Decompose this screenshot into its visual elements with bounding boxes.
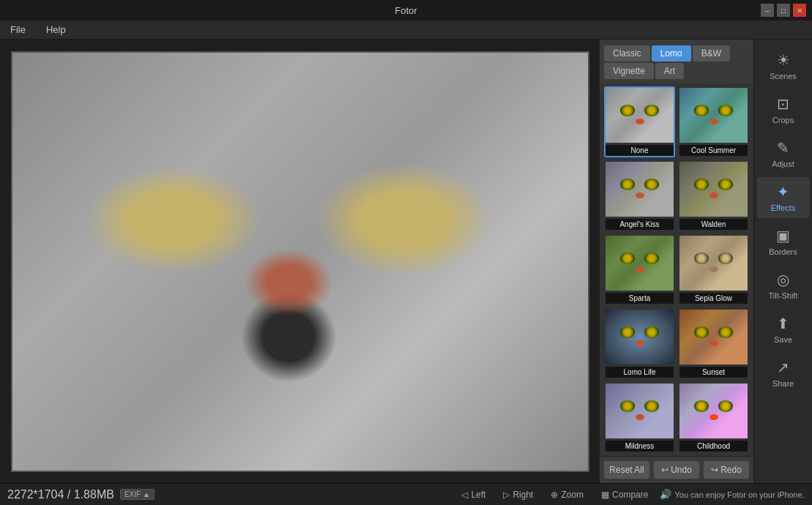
close-button[interactable]: ✕ — [793, 4, 806, 17]
undo-button[interactable]: ↩ Undo — [654, 461, 699, 479]
tab-bw[interactable]: B&W — [693, 45, 730, 61]
tabs-container: Classic Lomo B&W Vignette Art — [600, 40, 753, 83]
sidebar-item-label: Save — [774, 335, 792, 344]
status-left: 2272*1704 / 1.88MB EXIF ▲ — [7, 488, 450, 501]
filter-item-none[interactable]: None — [604, 86, 675, 157]
sidebar-item-label: Tilt-Shift — [769, 291, 798, 300]
window-controls: – □ ✕ — [761, 4, 806, 17]
nav-left-button[interactable]: ◁ Left — [457, 488, 490, 501]
tabs-row2: Vignette Art — [604, 63, 749, 79]
nav-right-button[interactable]: ▷ Right — [499, 488, 537, 501]
crops-icon: ⊡ — [777, 95, 789, 113]
scenes-icon: ☀ — [777, 51, 790, 69]
image-area[interactable] — [0, 40, 600, 483]
notification-text: You can enjoy Fotor on your iPhone. — [674, 490, 805, 499]
effects-icon: ✦ — [777, 183, 789, 201]
filter-item-mildness[interactable]: Mildness — [604, 382, 675, 453]
status-bar: 2272*1704 / 1.88MB EXIF ▲ ◁ Left ▷ Right… — [0, 483, 812, 505]
sidebar-item-label: Adjust — [772, 160, 794, 168]
sidebar-icons: ☀Scenes⊡Crops✎Adjust✦Effects▣Borders◎Til… — [753, 40, 812, 483]
sidebar-item-save[interactable]: ⬆Save — [757, 309, 810, 350]
menu-file[interactable]: File — [6, 23, 30, 37]
filter-item-sepia-glow[interactable]: Sepia Glow — [678, 234, 749, 305]
adjust-icon: ✎ — [777, 139, 789, 157]
filter-label: Childhood — [679, 441, 748, 452]
tilt-shift-icon: ◎ — [777, 271, 789, 288]
nav-compare-button[interactable]: ▦ Compare — [597, 488, 652, 501]
tab-vignette[interactable]: Vignette — [604, 63, 654, 79]
filter-item-childhood[interactable]: Childhood — [678, 382, 749, 453]
sidebar-item-label: Share — [772, 379, 794, 388]
filter-label: Walden — [679, 219, 748, 230]
nav-zoom-button[interactable]: ⊕ Zoom — [546, 488, 588, 501]
filter-label: Sepia Glow — [679, 293, 748, 304]
status-right: 🔊 You can enjoy Fotor on your iPhone. — [660, 489, 805, 500]
filter-grid: NoneCool SummerAngel's KissWaldenSpartaS… — [600, 83, 753, 456]
sidebar-item-label: Effects — [771, 203, 795, 212]
status-nav: ◁ Left ▷ Right ⊕ Zoom ▦ Compare — [457, 488, 652, 501]
tab-lomo[interactable]: Lomo — [652, 45, 691, 61]
filter-item-lomo-life[interactable]: Lomo Life — [604, 308, 675, 379]
sidebar-item-adjust[interactable]: ✎Adjust — [757, 133, 810, 174]
filter-label: None — [606, 145, 674, 156]
tabs-row1: Classic Lomo B&W — [604, 45, 749, 61]
filter-label: Lomo Life — [606, 367, 674, 378]
tab-art[interactable]: Art — [655, 63, 684, 79]
tab-classic[interactable]: Classic — [604, 45, 650, 61]
filter-item-sunset[interactable]: Sunset — [678, 308, 749, 379]
filter-item-cool-summer[interactable]: Cool Summer — [678, 86, 749, 157]
sidebar-item-borders[interactable]: ▣Borders — [757, 221, 810, 262]
borders-icon: ▣ — [776, 227, 790, 244]
filter-label: Cool Summer — [679, 145, 748, 156]
reset-all-button[interactable]: Reset All — [604, 461, 649, 479]
filter-panel: Classic Lomo B&W Vignette Art NoneCool S… — [600, 40, 753, 483]
sidebar-item-tilt-shift[interactable]: ◎Tilt-Shift — [757, 265, 810, 306]
app-title: Fotor — [395, 5, 417, 16]
title-bar: Fotor – □ ✕ — [0, 0, 812, 20]
menu-help[interactable]: Help — [42, 23, 70, 37]
sidebar-item-label: Borders — [769, 247, 797, 256]
main-area: Classic Lomo B&W Vignette Art NoneCool S… — [0, 40, 812, 483]
filter-label: Mildness — [606, 441, 674, 452]
filter-item-angel-s-kiss[interactable]: Angel's Kiss — [604, 160, 675, 231]
sidebar-item-share[interactable]: ↗Share — [757, 353, 810, 394]
panel-bottom-controls: Reset All ↩ Undo ↪ Redo — [600, 456, 753, 483]
image-info: 2272*1704 / 1.88MB — [7, 488, 114, 501]
filter-item-walden[interactable]: Walden — [678, 160, 749, 231]
filter-label: Sparta — [606, 293, 674, 304]
filter-item-sparta[interactable]: Sparta — [604, 234, 675, 305]
sidebar-item-effects[interactable]: ✦Effects — [757, 177, 810, 218]
maximize-button[interactable]: □ — [777, 4, 790, 17]
sidebar-item-label: Crops — [772, 116, 794, 124]
share-icon: ↗ — [777, 359, 789, 376]
sidebar-item-scenes[interactable]: ☀Scenes — [757, 45, 810, 86]
exif-button[interactable]: EXIF ▲ — [120, 489, 154, 500]
menu-bar: File Help — [0, 20, 812, 40]
filter-label: Sunset — [679, 367, 748, 378]
speaker-icon: 🔊 — [660, 489, 671, 500]
save-icon: ⬆ — [777, 315, 789, 332]
minimize-button[interactable]: – — [761, 4, 774, 17]
sidebar-item-label: Scenes — [770, 72, 797, 81]
sidebar-item-crops[interactable]: ⊡Crops — [757, 89, 810, 130]
redo-button[interactable]: ↪ Redo — [704, 461, 749, 479]
cat-image — [11, 51, 589, 472]
filter-label: Angel's Kiss — [606, 219, 674, 230]
